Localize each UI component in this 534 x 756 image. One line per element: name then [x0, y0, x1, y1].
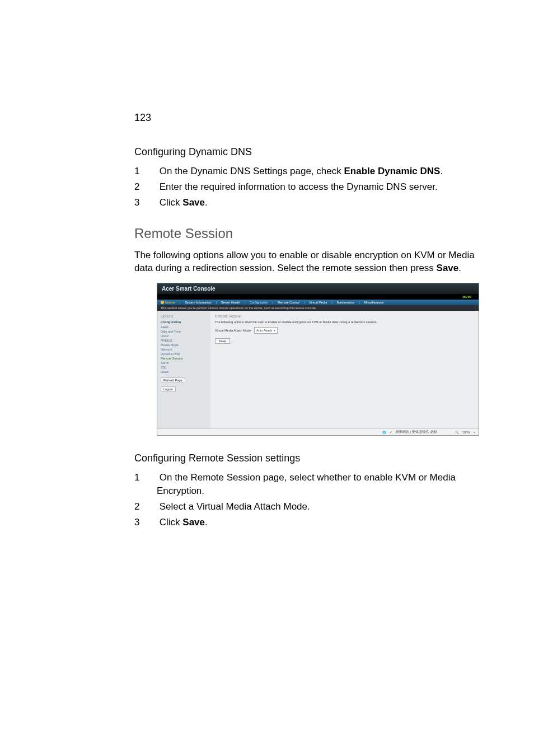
panel-description: The following options allow the user to …	[215, 320, 474, 324]
sidebar: Options Configuration Alerts Date and Ti…	[157, 311, 210, 428]
zoom-level: 100%	[462, 431, 470, 434]
form-row: Virtual Media Attach Mode Auto Attach ▾	[215, 327, 474, 334]
virtual-media-attach-mode-select[interactable]: Auto Attach ▾	[254, 327, 278, 334]
step-item: On the Dynamic DNS Settings page, check …	[134, 165, 492, 178]
console-title: Acer Smart Console	[157, 283, 479, 294]
steps-list-ddns: On the Dynamic DNS Settings page, check …	[134, 165, 492, 209]
step-text: .	[205, 517, 208, 528]
heading-config-ddns: Configuring Dynamic DNS	[134, 146, 492, 158]
sidebar-item-ssl[interactable]: SSL	[161, 366, 207, 369]
paragraph-text-bold: Save	[437, 263, 459, 273]
page-number: 123	[134, 112, 492, 124]
internet-icon: 🌐	[382, 431, 386, 434]
sidebar-item-users[interactable]: Users	[161, 370, 207, 374]
tab-virtual-media[interactable]: Virtual Media	[309, 301, 327, 304]
step-item: On the Remote Session page, select wheth…	[134, 471, 492, 498]
refresh-page-button[interactable]: Refresh Page	[161, 377, 185, 383]
sidebar-item-radius[interactable]: RADIUS	[161, 339, 207, 342]
save-button[interactable]: Save	[215, 338, 230, 344]
step-item: Click Save.	[134, 516, 492, 529]
sidebar-item-network[interactable]: Network	[161, 348, 207, 351]
sidebar-header-options: Options	[161, 314, 207, 318]
sidebar-item-date-time[interactable]: Date and Time	[161, 330, 207, 333]
console-main: Options Configuration Alerts Date and Ti…	[157, 311, 479, 428]
step-item: Click Save.	[134, 196, 492, 209]
nav-tabs: Normal | System Information | Server Hea…	[157, 300, 479, 305]
select-value: Auto Attach	[256, 329, 272, 332]
step-text: Click	[160, 197, 183, 208]
panel-title: Remote Session	[215, 314, 474, 318]
embedded-screenshot: Acer Smart Console acer Normal | System …	[157, 283, 479, 436]
step-text: On the Remote Session page, select wheth…	[157, 472, 456, 496]
acer-logo: acer	[463, 294, 472, 299]
step-text: On the Dynamic DNS Settings page, check	[160, 166, 344, 176]
browser-status-bar: 🌐 ✔ 網際網路 | 受保護模式: 啟動 🔍 100% ▾	[157, 428, 479, 435]
sidebar-item-mouse-mode[interactable]: Mouse Mode	[161, 343, 207, 347]
document-page: 123 Configuring Dynamic DNS On the Dynam…	[0, 0, 534, 579]
zoom-icon: 🔍	[455, 431, 459, 434]
heading-remote-session: Remote Session	[134, 226, 492, 241]
tab-server-health[interactable]: Server Health	[221, 301, 240, 304]
tab-configuration[interactable]: Configuration	[250, 301, 268, 304]
step-text: Click	[160, 517, 183, 528]
tab-normal[interactable]: Normal	[161, 301, 175, 304]
tab-maintenance[interactable]: Maintenance	[337, 301, 355, 304]
sidebar-category-configuration: Configuration	[161, 320, 207, 324]
paragraph-remote-session: The following options allow you to enabl…	[134, 249, 492, 275]
logo-bar: acer	[157, 294, 479, 300]
step-text: Select a Virtual Media Attach Mode.	[160, 501, 310, 512]
sidebar-item-remote-session[interactable]: Remote Session	[161, 357, 207, 360]
shield-icon: ✔	[390, 430, 392, 434]
section-description: This section allows you to perform vario…	[157, 305, 479, 311]
field-label-virtual-media: Virtual Media Attach Mode	[215, 329, 251, 332]
step-text: .	[205, 197, 208, 208]
step-text-bold: Enable Dynamic DNS	[344, 166, 441, 176]
sidebar-item-alerts[interactable]: Alerts	[161, 325, 207, 329]
steps-list-remote-session: On the Remote Session page, select wheth…	[134, 471, 492, 529]
sidebar-item-smtp[interactable]: SMTP	[161, 361, 207, 365]
step-item: Enter the required information to access…	[134, 180, 492, 194]
step-text-bold: Save	[182, 517, 205, 528]
tab-miscellaneous[interactable]: Miscellaneous	[364, 301, 384, 304]
chevron-down-icon: ▾	[274, 329, 275, 332]
heading-config-remote-session: Configuring Remote Session settings	[134, 452, 492, 464]
step-item: Select a Virtual Media Attach Mode.	[134, 500, 492, 514]
tab-label: Normal	[165, 301, 175, 304]
chevron-down-icon: ▾	[474, 431, 475, 434]
content-panel: Remote Session The following options all…	[210, 311, 479, 428]
sidebar-item-ldap[interactable]: LDAP	[161, 334, 207, 338]
tab-system-information[interactable]: System Information	[185, 301, 211, 304]
warning-icon	[161, 301, 164, 304]
tab-remote-control[interactable]: Remote Control	[278, 301, 299, 304]
logout-button[interactable]: Logout	[161, 386, 176, 392]
sidebar-item-dynamic-dns[interactable]: Dynamic DNS	[161, 352, 207, 356]
step-text: .	[440, 166, 443, 176]
status-text: 網際網路 | 受保護模式: 啟動	[396, 430, 437, 434]
paragraph-text: The following options allow you to enabl…	[134, 250, 475, 273]
paragraph-text: .	[458, 263, 461, 273]
step-text: Enter the required information to access…	[160, 181, 438, 192]
step-text-bold: Save	[182, 197, 205, 208]
